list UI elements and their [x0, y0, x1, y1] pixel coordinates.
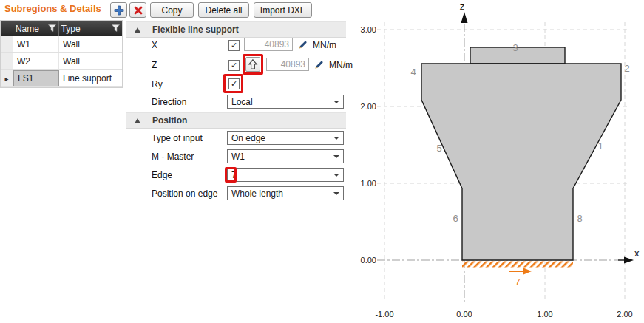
- z-axis-label: z: [460, 1, 465, 12]
- x-axis-arrow-icon: [624, 257, 634, 264]
- direction-label: Direction: [152, 97, 186, 107]
- z-direction-button[interactable]: [245, 57, 260, 72]
- cell-type[interactable]: Wall: [59, 36, 122, 52]
- copy-button[interactable]: Copy: [150, 2, 194, 18]
- x-tick: 2.00: [617, 310, 632, 319]
- delete-all-button[interactable]: Delete all: [198, 2, 249, 18]
- cell-name[interactable]: W1: [13, 36, 59, 52]
- line-support-hatch[interactable]: [462, 262, 573, 268]
- section-title: Flexible line support: [152, 24, 239, 35]
- master-value: W1: [231, 152, 245, 162]
- cell-name[interactable]: LS1: [13, 70, 59, 86]
- chevron-down-icon: [333, 174, 339, 177]
- ry-checkbox[interactable]: ✓: [228, 78, 240, 89]
- column-header-type[interactable]: Type: [59, 21, 122, 36]
- chevron-down-icon: [333, 101, 339, 103]
- direction-dropdown[interactable]: Local: [227, 95, 344, 109]
- section-title: Position: [152, 115, 187, 126]
- master-dropdown[interactable]: W1: [227, 149, 344, 163]
- direction-value: Local: [231, 97, 253, 107]
- row-selector[interactable]: ▸: [1, 70, 13, 86]
- column-header-name[interactable]: Name: [13, 21, 59, 36]
- table-row[interactable]: W2 Wall: [1, 53, 122, 70]
- table-header: Name Type: [1, 21, 122, 36]
- z-checkbox[interactable]: ✓: [228, 60, 240, 71]
- table-row[interactable]: W1 Wall: [1, 36, 122, 53]
- cell-name[interactable]: W2: [13, 53, 59, 69]
- delete-button[interactable]: [129, 2, 146, 18]
- pen-icon: [296, 39, 308, 51]
- edge-label-1: 1: [597, 140, 603, 152]
- ry-label: Ry: [152, 79, 163, 89]
- z-axis-arrow-icon: [461, 12, 468, 23]
- edge-label: Edge: [152, 170, 172, 180]
- position-on-edge-label: Position on edge: [152, 188, 217, 199]
- drawing-viewport[interactable]: z x 3.00 2.00 1.00 0.00 -1.00 0.00 1.00 …: [355, 0, 644, 323]
- funnel-icon[interactable]: [112, 24, 120, 34]
- app-window: Subregions & Details Copy Delete all Imp…: [0, 0, 644, 323]
- edge-label-3: 3: [512, 42, 518, 53]
- wall-shape[interactable]: [421, 47, 621, 260]
- cell-type[interactable]: Wall: [59, 53, 122, 69]
- selector-column-header: [1, 21, 13, 36]
- edge-label-7: 7: [515, 276, 520, 288]
- edge-label-8: 8: [577, 213, 582, 224]
- section-position[interactable]: Position: [126, 112, 346, 129]
- type-of-input-label: Type of input: [152, 133, 203, 143]
- plus-icon: [114, 5, 124, 16]
- add-button[interactable]: [110, 2, 127, 18]
- edge-label-5: 5: [436, 143, 441, 154]
- shape-body[interactable]: [421, 64, 621, 260]
- z-unit-label: MN/m: [329, 60, 353, 70]
- x-tick: 0.00: [456, 310, 472, 319]
- chevron-down-icon: [333, 137, 339, 140]
- panel-title: Subregions & Details: [4, 3, 101, 14]
- z-stiffness-label: Z: [152, 60, 157, 70]
- edge-value: 7: [231, 170, 237, 180]
- arrow-up-icon: [247, 58, 259, 70]
- x-tick: 1.00: [537, 310, 552, 319]
- master-label: M - Master: [152, 152, 194, 162]
- z-value-input: [266, 58, 309, 71]
- position-on-edge-value: Whole length: [231, 188, 283, 199]
- row-selector[interactable]: [1, 53, 13, 69]
- y-tick: 1.00: [361, 179, 376, 188]
- y-tick: 0.00: [361, 256, 376, 265]
- x-value-input: [244, 38, 293, 51]
- delete-x-icon: [134, 6, 143, 15]
- x-axis-label: x: [634, 248, 640, 259]
- pen-icon: [313, 59, 325, 71]
- column-header-type-label: Type: [61, 24, 81, 34]
- z-edit-button[interactable]: [312, 58, 325, 72]
- x-stiffness-label: X: [152, 40, 157, 50]
- table-row-selected[interactable]: ▸ LS1 Line support: [1, 70, 122, 87]
- x-edit-button[interactable]: [296, 38, 309, 52]
- chevron-down-icon: [333, 192, 339, 195]
- cell-type[interactable]: Line support: [59, 70, 122, 86]
- funnel-icon[interactable]: [48, 24, 56, 34]
- chevron-down-icon: [333, 155, 339, 158]
- type-of-input-dropdown[interactable]: On edge: [227, 131, 344, 145]
- y-tick: 3.00: [361, 25, 376, 34]
- objects-table: Name Type W1 Wall W2 Wall ▸ LS1: [0, 20, 123, 88]
- type-of-input-value: On edge: [231, 133, 265, 143]
- y-tick: 2.00: [361, 102, 376, 111]
- edge-label-2: 2: [624, 63, 629, 74]
- x-unit-label: MN/m: [313, 40, 336, 50]
- edge-label-6: 6: [453, 213, 458, 224]
- x-tick: -1.00: [375, 310, 393, 319]
- edge-label-4: 4: [410, 67, 416, 78]
- expander-icon[interactable]: [135, 118, 140, 123]
- section-flexible-line-support[interactable]: Flexible line support: [126, 21, 346, 38]
- position-on-edge-dropdown[interactable]: Whole length: [227, 186, 344, 200]
- import-dxf-button[interactable]: Import DXF: [254, 2, 312, 18]
- row-selector[interactable]: [1, 36, 13, 52]
- column-header-name-label: Name: [16, 24, 39, 34]
- support-direction-arrow-icon: [509, 268, 532, 275]
- expander-icon[interactable]: [135, 27, 140, 33]
- edge-dropdown[interactable]: 7: [227, 168, 344, 182]
- panel-divider: [353, 0, 353, 323]
- x-checkbox[interactable]: ✓: [228, 40, 240, 51]
